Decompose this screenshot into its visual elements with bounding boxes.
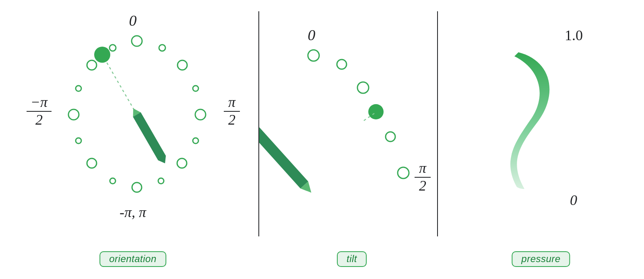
tilt-indicator-dot	[368, 104, 384, 119]
svg-rect-27	[259, 114, 308, 189]
pressure-pill: pressure	[512, 251, 570, 267]
tilt-label-top: 0	[308, 27, 316, 43]
svg-point-21	[337, 59, 347, 69]
orientation-label-bottom: -π, π	[120, 205, 146, 220]
pressure-label-min: 0	[570, 193, 577, 207]
svg-marker-18	[133, 113, 169, 166]
svg-point-22	[357, 82, 369, 93]
svg-point-4	[195, 109, 206, 120]
panel-pressure: 1.0 0 pressure	[438, 0, 644, 279]
svg-point-5	[193, 138, 198, 144]
orientation-label-right: π 2	[221, 95, 242, 127]
pressure-stroke	[510, 52, 549, 189]
pressure-curve	[438, 0, 644, 249]
svg-line-16	[105, 60, 137, 115]
tilt-gauge	[259, 0, 436, 249]
orientation-pill: orientation	[99, 251, 166, 267]
svg-point-23	[386, 132, 395, 142]
orientation-label-left: −π 2	[25, 95, 53, 127]
svg-point-15	[109, 45, 116, 51]
svg-point-0	[132, 36, 142, 46]
panel-tilt: 0 π 2 tilt	[259, 0, 436, 279]
svg-point-3	[193, 86, 198, 91]
tilt-pill: tilt	[337, 251, 367, 267]
tilt-label-right: π 2	[412, 161, 433, 193]
diagram-stage: 0 -π, π −π 2 π 2 orientation	[0, 0, 644, 279]
pencil-icon	[259, 114, 315, 196]
orientation-label-top: 0	[129, 13, 137, 28]
svg-point-10	[87, 158, 97, 168]
panel-orientation: 0 -π, π −π 2 π 2 orientation	[0, 0, 258, 279]
svg-point-6	[177, 158, 187, 168]
svg-point-7	[158, 178, 164, 184]
svg-point-8	[132, 183, 142, 192]
svg-point-11	[76, 138, 81, 144]
svg-point-20	[308, 50, 319, 61]
pencil-icon	[129, 106, 169, 166]
svg-point-1	[159, 45, 165, 51]
svg-point-2	[178, 60, 187, 70]
svg-point-14	[87, 60, 97, 70]
orientation-indicator-dot	[94, 47, 110, 63]
pressure-label-max: 1.0	[565, 28, 583, 43]
svg-point-12	[68, 109, 79, 120]
svg-point-24	[398, 167, 409, 178]
svg-point-13	[76, 86, 81, 91]
svg-point-9	[110, 178, 116, 184]
